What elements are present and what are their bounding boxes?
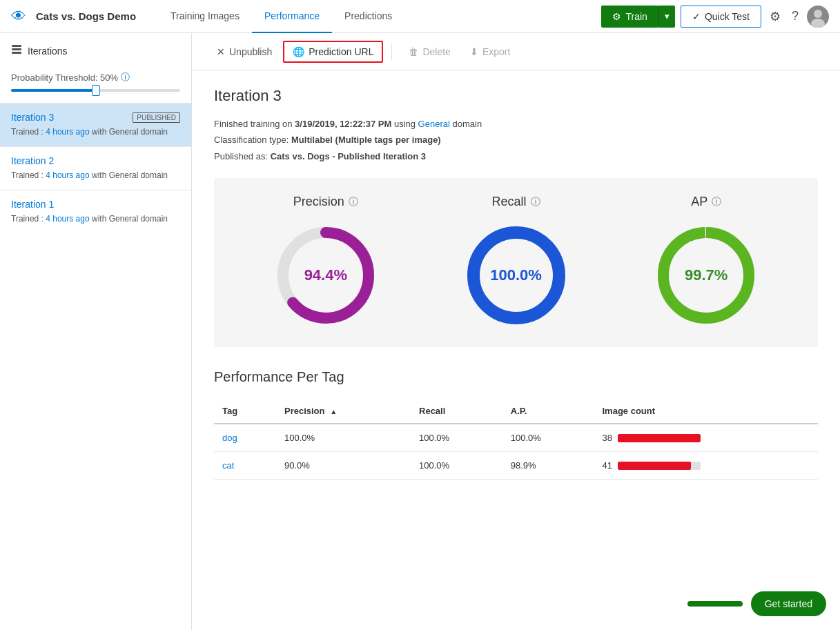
domain-link[interactable]: General	[418, 119, 450, 129]
toolbar-divider	[391, 43, 392, 60]
iteration-info: Finished training on 3/19/2019, 12:22:37…	[214, 116, 818, 164]
x-icon: ✕	[217, 46, 225, 57]
metrics-grid: Precision ⓘ 94.4%	[231, 195, 801, 331]
precision-card: Precision ⓘ 94.4%	[231, 195, 421, 331]
cat-tag-link[interactable]: cat	[222, 460, 234, 471]
iteration-3-time-link[interactable]: 4 hours ago	[46, 127, 89, 137]
iteration-2-name: Iteration 2	[11, 155, 54, 166]
dog-recall: 100.0%	[411, 424, 502, 452]
col-tag[interactable]: Tag	[214, 399, 276, 424]
col-ap[interactable]: A.P.	[502, 399, 594, 424]
dog-precision: 100.0%	[276, 424, 411, 452]
cat-bar-fill	[618, 462, 691, 470]
toolbar: ✕ Unpublish 🌐 Prediction URL 🗑 Delete ⬇ …	[192, 33, 840, 70]
table-row-cat: cat 90.0% 100.0% 98.9% 41	[214, 452, 818, 480]
page-content: Iteration 3 Finished training on 3/19/20…	[192, 70, 840, 496]
dog-bar-bg	[618, 434, 701, 442]
checkmark-icon: ✓	[692, 11, 701, 22]
svg-point-0	[814, 10, 822, 18]
iteration-item-2[interactable]: Iteration 2 Trained : 4 hours ago with G…	[0, 146, 191, 190]
slider-fill	[11, 89, 96, 92]
app-title: Cats vs. Dogs Demo	[36, 10, 136, 22]
train-dropdown-button[interactable]: ▾	[658, 6, 675, 28]
dog-bar-fill	[618, 434, 701, 442]
prediction-url-button[interactable]: 🌐 Prediction URL	[283, 41, 383, 63]
recall-title: Recall ⓘ	[491, 195, 540, 209]
precision-value: 94.4%	[304, 266, 347, 284]
slider-thumb[interactable]	[92, 85, 100, 96]
svg-rect-2	[12, 45, 21, 47]
probability-label: Probability Threshold: 50% ⓘ	[11, 71, 180, 83]
settings-icon[interactable]: ⚙	[767, 6, 783, 27]
unpublish-button[interactable]: ✕ Unpublish	[208, 42, 280, 61]
recall-donut: 100.0%	[461, 220, 572, 331]
recall-card: Recall ⓘ 100.0%	[421, 195, 612, 331]
classification-type: Multilabel (Multiple tags per image)	[291, 135, 441, 145]
trash-icon: 🗑	[409, 46, 418, 57]
train-button[interactable]: ⚙ Train	[601, 6, 658, 28]
delete-button[interactable]: 🗑 Delete	[400, 42, 458, 61]
probability-info-icon[interactable]: ⓘ	[121, 71, 130, 83]
logo-icon: 👁	[11, 8, 26, 26]
precision-donut: 94.4%	[271, 220, 381, 331]
iteration-3-name: Iteration 3	[11, 112, 54, 123]
svg-rect-4	[12, 52, 21, 54]
tab-performance[interactable]: Performance	[252, 0, 332, 33]
iteration-title: Iteration 3	[214, 87, 818, 105]
download-icon: ⬇	[470, 46, 478, 57]
ap-donut: 99.7%	[651, 220, 761, 331]
avatar[interactable]	[807, 6, 829, 28]
recall-value: 100.0%	[490, 266, 542, 284]
header-actions: ⚙ Train ▾ ✓ Quick Test ⚙ ?	[601, 6, 829, 28]
training-date: 3/19/2019, 12:22:37 PM	[295, 119, 391, 129]
performance-per-tag-section: Performance Per Tag Tag Precision ▲ Reca…	[214, 369, 818, 480]
ap-card: AP ⓘ 99.7%	[611, 195, 801, 331]
ap-title: AP ⓘ	[691, 195, 721, 209]
dog-count: 38	[594, 424, 818, 452]
tab-training-images[interactable]: Training Images	[158, 0, 252, 33]
cat-precision: 90.0%	[276, 452, 411, 480]
probability-section: Probability Threshold: 50% ⓘ	[0, 66, 191, 103]
dog-ap: 100.0%	[502, 424, 594, 452]
col-recall[interactable]: Recall	[411, 399, 502, 424]
sidebar-iterations-header: Iterations	[0, 44, 191, 66]
recall-info-icon[interactable]: ⓘ	[531, 196, 540, 208]
iteration-1-name: Iteration 1	[11, 199, 54, 210]
slider-track	[11, 89, 180, 92]
iteration-1-detail: Trained : 4 hours ago with General domai…	[11, 213, 180, 225]
ap-value: 99.7%	[685, 266, 727, 284]
cat-bar-bg	[618, 462, 701, 470]
globe-icon: 🌐	[293, 46, 304, 57]
quick-test-button[interactable]: ✓ Quick Test	[681, 6, 761, 28]
iteration-1-header: Iteration 1	[11, 199, 180, 210]
nav-tabs: Training Images Performance Predictions	[158, 0, 596, 33]
tab-predictions[interactable]: Predictions	[332, 0, 404, 33]
iteration-2-time-link[interactable]: 4 hours ago	[46, 170, 89, 180]
sidebar: Iterations Probability Threshold: 50% ⓘ …	[0, 33, 192, 630]
col-precision[interactable]: Precision ▲	[276, 399, 411, 424]
iteration-item-1[interactable]: Iteration 1 Trained : 4 hours ago with G…	[0, 190, 191, 233]
iteration-2-header: Iteration 2	[11, 155, 180, 166]
tag-table: Tag Precision ▲ Recall A.P. Image count	[214, 399, 818, 480]
iteration-3-detail: Trained : 4 hours ago with General domai…	[11, 126, 180, 138]
iteration-item-3[interactable]: Iteration 3 PUBLISHED Trained : 4 hours …	[0, 103, 191, 146]
get-started-indicator	[687, 601, 743, 607]
get-started-button[interactable]: Get started	[751, 591, 826, 616]
perf-tag-title: Performance Per Tag	[214, 369, 818, 385]
help-icon[interactable]: ?	[789, 6, 801, 26]
col-image-count[interactable]: Image count	[594, 399, 818, 424]
layers-icon	[11, 44, 22, 57]
dog-tag-link[interactable]: dog	[222, 433, 237, 443]
published-badge: PUBLISHED	[133, 112, 180, 123]
content-area: ✕ Unpublish 🌐 Prediction URL 🗑 Delete ⬇ …	[192, 33, 840, 630]
precision-info-icon[interactable]: ⓘ	[349, 196, 358, 208]
gear-icon: ⚙	[612, 11, 621, 22]
ap-info-icon[interactable]: ⓘ	[712, 196, 721, 208]
export-button[interactable]: ⬇ Export	[462, 42, 518, 61]
header: 👁 Cats vs. Dogs Demo Training Images Per…	[0, 0, 840, 33]
precision-title: Precision ⓘ	[293, 195, 358, 209]
iteration-1-time-link[interactable]: 4 hours ago	[46, 214, 89, 224]
iteration-3-header: Iteration 3 PUBLISHED	[11, 112, 180, 123]
main-layout: Iterations Probability Threshold: 50% ⓘ …	[0, 33, 840, 630]
cat-ap: 98.9%	[502, 452, 594, 480]
